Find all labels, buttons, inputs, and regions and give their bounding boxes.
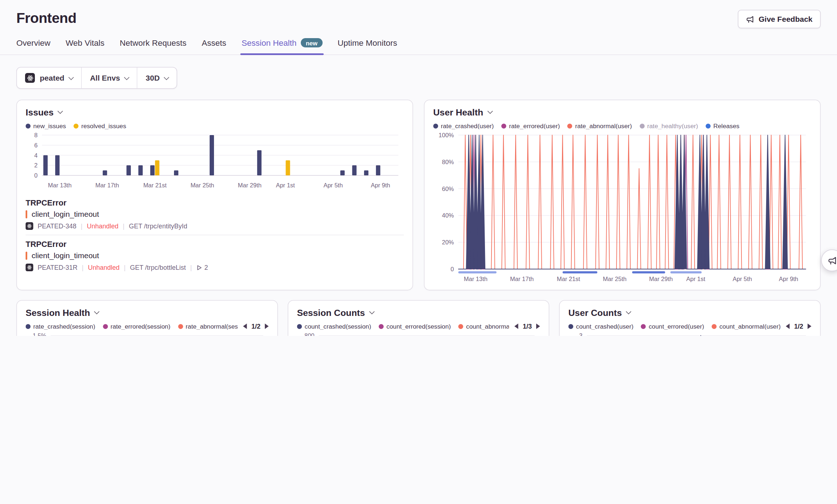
tab-label: Network Requests xyxy=(120,38,187,48)
legend-item[interactable]: rate_abnormal(user) xyxy=(567,123,632,129)
legend-label: rate_abnormal(user) xyxy=(575,123,632,129)
legend-dot-icon xyxy=(26,324,31,329)
user-health-chart[interactable]: 100%80%60%40%20%0Mar 13thMar 17thMar 21s… xyxy=(433,131,812,285)
give-feedback-button[interactable]: Give Feedback xyxy=(738,10,821,28)
tab-label: Uptime Monitors xyxy=(337,38,397,48)
legend-item[interactable]: rate_errored(session) xyxy=(103,323,170,330)
environment-filter[interactable]: All Envs xyxy=(81,68,137,88)
project-filter[interactable]: peated xyxy=(17,68,81,88)
issue-row[interactable]: TRPCErrorclient_login_timeoutPEATED-31R|… xyxy=(26,235,404,276)
legend-pager: 1/3 xyxy=(514,322,540,330)
pager-prev-icon[interactable] xyxy=(243,324,247,329)
legend-dot-icon xyxy=(569,324,574,329)
legend-label: count_errored(session) xyxy=(387,323,451,330)
svg-text:Mar 21st: Mar 21st xyxy=(143,182,167,188)
svg-text:Mar 13th: Mar 13th xyxy=(48,182,72,188)
legend-dot-icon xyxy=(567,123,573,129)
legend-item[interactable]: new_issues xyxy=(26,123,66,129)
user-health-panel-title: User Health xyxy=(433,107,484,118)
legend-label: rate_crashed(session) xyxy=(33,323,96,330)
svg-text:6: 6 xyxy=(34,142,37,149)
legend-item[interactable]: count_crashed(user) xyxy=(569,323,634,330)
new-feature-badge: new xyxy=(301,38,322,48)
issue-row[interactable]: TRPCErrorclient_login_timeoutPEATED-348|… xyxy=(26,194,404,235)
project-atom-icon xyxy=(26,222,33,230)
pager-next-icon[interactable] xyxy=(265,324,269,329)
session-counts-chart[interactable]: 8006004002000Mar 13thMar 21stApr 1stApr … xyxy=(297,331,540,336)
megaphone-icon xyxy=(828,256,837,265)
issue-type-link[interactable]: TRPCError xyxy=(26,240,404,248)
user-counts-legend: count_crashed(user)count_errored(user)co… xyxy=(569,323,781,330)
svg-text:Mar 29th: Mar 29th xyxy=(649,276,673,282)
session-counts-legend: count_crashed(session)count_errored(sess… xyxy=(297,323,509,330)
legend-item[interactable]: rate_errored(user) xyxy=(501,123,560,129)
pager-label: 1/2 xyxy=(251,322,260,330)
legend-item[interactable]: count_abnormal(user) xyxy=(712,323,780,330)
legend-pager: 1/2 xyxy=(243,322,268,330)
tab-session-health[interactable]: Session Health new xyxy=(242,35,322,54)
legend-item[interactable]: resolved_issues xyxy=(74,123,126,129)
legend-dot-icon xyxy=(297,324,302,329)
chevron-down-icon[interactable] xyxy=(369,309,375,314)
svg-text:Mar 13th: Mar 13th xyxy=(464,276,488,282)
chevron-down-icon xyxy=(69,74,74,80)
legend-label: count_abnormal(session) xyxy=(466,323,509,330)
legend-item[interactable]: count_abnormal(session) xyxy=(458,323,509,330)
issue-short-id: PEATED-31R xyxy=(38,264,78,271)
date-range-filter[interactable]: 30D xyxy=(137,68,177,88)
pager-prev-icon[interactable] xyxy=(514,324,518,329)
legend-pager: 1/2 xyxy=(786,322,811,330)
issue-culprit-text: client_login_timeout xyxy=(32,251,99,260)
svg-text:Apr 1st: Apr 1st xyxy=(276,182,295,188)
chevron-down-icon[interactable] xyxy=(487,109,493,114)
user-counts-chart[interactable]: 32.521.510.50Mar 13thMar 21stApr 1stApr … xyxy=(569,331,812,336)
session-health-panel-title: Session Health xyxy=(26,308,90,318)
pager-prev-icon[interactable] xyxy=(786,324,790,329)
legend-item[interactable]: count_errored(user) xyxy=(641,323,704,330)
pager-next-icon[interactable] xyxy=(808,324,812,329)
issue-transaction: GET /trpc/entityById xyxy=(129,222,187,230)
error-level-bar-icon xyxy=(26,251,28,260)
legend-item[interactable]: rate_healthy(user) xyxy=(640,123,698,129)
svg-text:8: 8 xyxy=(34,132,37,138)
legend-item[interactable]: count_errored(session) xyxy=(379,323,451,330)
tab-uptime-monitors[interactable]: Uptime Monitors xyxy=(337,35,397,54)
date-range-label: 30D xyxy=(146,74,160,82)
svg-text:80%: 80% xyxy=(442,159,454,165)
issue-culprit: client_login_timeout xyxy=(26,251,404,260)
user-health-legend: rate_crashed(user)rate_errored(user)rate… xyxy=(433,123,812,129)
issues-bar-chart[interactable]: 86420Mar 13thMar 17thMar 21stMar 25thMar… xyxy=(26,131,404,192)
svg-text:2: 2 xyxy=(34,162,37,168)
legend-item[interactable]: rate_crashed(user) xyxy=(433,123,494,129)
legend-dot-icon xyxy=(74,123,79,129)
separator: | xyxy=(81,222,82,230)
legend-item[interactable]: rate_crashed(session) xyxy=(26,323,96,330)
session-counts-panel: Session Counts count_crashed(session)cou… xyxy=(288,300,549,336)
chevron-down-icon[interactable] xyxy=(58,109,63,114)
unhandled-tag: Unhandled xyxy=(87,222,118,230)
svg-text:0: 0 xyxy=(450,266,454,272)
issues-panel: Issues new_issuesresolved_issues 86420Ma… xyxy=(16,100,413,290)
legend-dot-icon xyxy=(26,123,31,129)
legend-item[interactable]: Releases xyxy=(706,123,740,129)
tab-label: Assets xyxy=(202,38,226,48)
tab-overview[interactable]: Overview xyxy=(16,35,50,54)
page-header: Frontend Give Feedback xyxy=(0,0,837,28)
svg-text:3: 3 xyxy=(579,332,582,336)
session-health-legend: rate_crashed(session)rate_errored(sessio… xyxy=(26,323,238,330)
tab-assets[interactable]: Assets xyxy=(202,35,226,54)
separator: | xyxy=(82,264,84,271)
chevron-down-icon[interactable] xyxy=(94,309,100,314)
chevron-down-icon[interactable] xyxy=(626,309,631,314)
svg-text:0: 0 xyxy=(34,172,37,179)
issue-type-link[interactable]: TRPCError xyxy=(26,198,404,207)
legend-item[interactable]: rate_abnormal(session) xyxy=(178,323,238,330)
tab-web-vitals[interactable]: Web Vitals xyxy=(66,35,105,54)
user-counts-panel: User Counts count_crashed(user)count_err… xyxy=(559,300,821,336)
legend-label: Releases xyxy=(713,123,740,129)
tab-network-requests[interactable]: Network Requests xyxy=(120,35,187,54)
session-health-chart[interactable]: 1.5%1.2%0.9%0.6%0.3%0Mar 13thMar 21stApr… xyxy=(26,331,269,336)
legend-item[interactable]: count_crashed(session) xyxy=(297,323,371,330)
pager-next-icon[interactable] xyxy=(536,324,540,329)
svg-text:40%: 40% xyxy=(442,212,454,219)
